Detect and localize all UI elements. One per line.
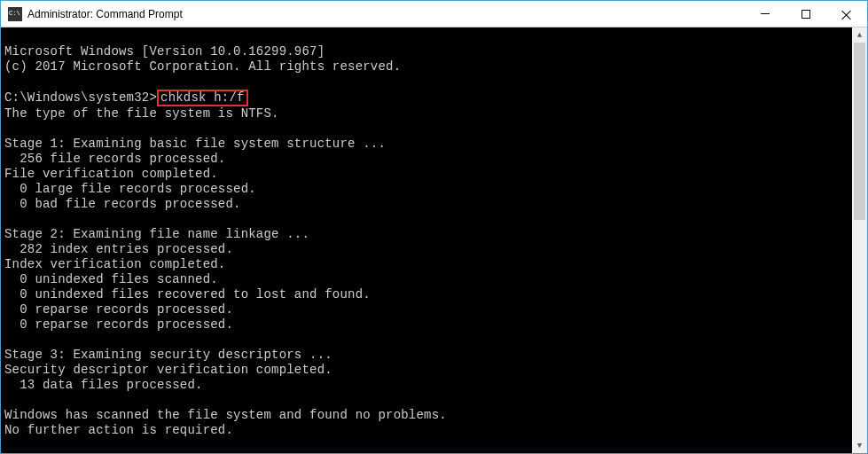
output-line: 0 reparse records processed. (4, 317, 233, 332)
vertical-scrollbar[interactable]: ▲ ▼ (852, 27, 867, 453)
scroll-up-arrow-icon[interactable]: ▲ (852, 27, 867, 43)
close-button[interactable] (826, 1, 867, 27)
output-line: 0 reparse records processed. (4, 302, 233, 317)
output-line: Stage 3: Examining security descriptors … (4, 348, 332, 362)
output-line: 282 index entries processed. (4, 242, 233, 256)
maximize-button[interactable] (786, 1, 826, 27)
output-line: 13 data files processed. (4, 378, 203, 392)
window-titlebar[interactable]: Administrator: Command Prompt (1, 1, 867, 27)
output-line: Security descriptor verification complet… (4, 363, 332, 377)
highlighted-command: chkdsk h:/f (157, 90, 248, 106)
output-line: The type of the file system is NTFS. (4, 106, 279, 121)
output-line: No further action is required. (4, 423, 233, 437)
output-line: 0 bad file records processed. (4, 197, 241, 211)
minimize-icon (761, 13, 770, 14)
scroll-down-arrow-icon[interactable]: ▼ (852, 438, 867, 453)
cmd-icon (8, 7, 22, 21)
close-icon (841, 9, 852, 20)
maximize-icon (802, 10, 810, 19)
output-line: Windows has scanned the file system and … (4, 408, 447, 422)
prompt-path: C:\Windows\system32> (4, 90, 157, 105)
output-line: 0 unindexed files scanned. (4, 272, 218, 286)
minimize-button[interactable] (745, 1, 786, 27)
terminal-output[interactable]: Microsoft Windows [Version 10.0.16299.96… (1, 27, 852, 453)
output-line: Stage 1: Examining basic file system str… (4, 137, 386, 151)
output-line: Microsoft Windows [Version 10.0.16299.96… (4, 44, 325, 59)
output-line: (c) 2017 Microsoft Corporation. All righ… (4, 59, 401, 74)
scroll-thumb[interactable] (854, 43, 865, 220)
window-title: Administrator: Command Prompt (27, 8, 745, 20)
output-line: File verification completed. (4, 167, 218, 181)
output-line: Index verification completed. (4, 257, 225, 271)
output-line: 0 unindexed files recovered to lost and … (4, 287, 371, 301)
output-line: Stage 2: Examining file name linkage ... (4, 227, 309, 241)
output-line: 256 file records processed. (4, 152, 225, 166)
window-controls (745, 1, 867, 27)
output-line: 0 large file records processed. (4, 182, 256, 196)
